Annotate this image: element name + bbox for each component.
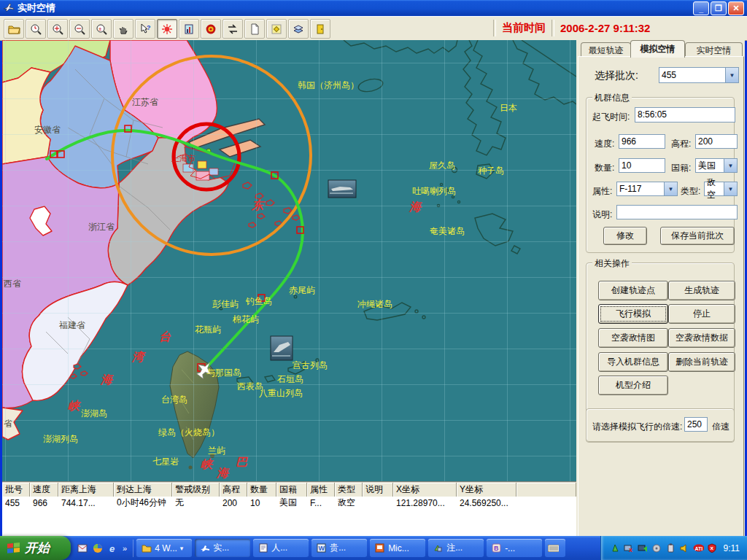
aircraft-intro-button[interactable]: 机型介绍 [598, 376, 668, 395]
map-canvas[interactable]: 韩国（济州岛）日本屋久岛种子岛吐噶喇列岛奄美诸岛赤尾屿冲绳诸岛彭佳屿钓鱼岛棉花屿… [2, 40, 577, 481]
taskbar-item-air-situation[interactable]: 实... [195, 539, 250, 557]
overflow-chevron-icon[interactable]: » [123, 544, 127, 553]
document-icon[interactable] [244, 19, 265, 39]
taskbar: 开始 e » 4 W...▾ 实... 人... W 贵... Mic... [0, 536, 747, 560]
map-sea-label: 巴 [236, 456, 248, 468]
table-column-header[interactable]: 批号 [2, 483, 30, 497]
swap-arrows-icon[interactable] [222, 19, 243, 39]
help-pointer-icon[interactable]: ? [135, 19, 155, 39]
map-province-label: 浙江省 [88, 222, 115, 232]
start-button[interactable]: 开始 [0, 536, 71, 560]
taskbar-item-b-app[interactable]: B -... [487, 539, 542, 557]
table-row[interactable]: 455966744.17...0小时46分钟无20010美国F...敌空121.… [2, 497, 576, 509]
ie-icon[interactable]: e [107, 542, 118, 553]
description-input[interactable] [616, 205, 738, 219]
map-place-label: 彭佳屿 [212, 299, 239, 309]
exit-icon[interactable] [310, 19, 330, 39]
table-column-header[interactable]: X坐标 [393, 483, 457, 497]
close-button[interactable]: ✕ [728, 1, 744, 15]
batch-combobox[interactable]: 455 ▼ [659, 67, 739, 83]
zoom-in-icon[interactable] [47, 19, 68, 39]
taskbar-item-explorer-group[interactable]: 4 W...▾ [136, 539, 192, 557]
taskbar-item-register[interactable]: 注... [428, 539, 484, 557]
warship-thumbnail-2 [271, 336, 293, 360]
nationality-combobox[interactable]: 美国▼ [695, 158, 738, 173]
cd-icon[interactable] [651, 542, 662, 553]
table-column-header[interactable]: 距离上海 [58, 483, 114, 497]
volume-icon[interactable] [679, 542, 690, 553]
table-column-header[interactable]: Y坐标 [457, 483, 516, 497]
zoom-range-icon[interactable]: ± [91, 19, 112, 39]
layers-icon[interactable] [288, 19, 309, 39]
table-column-header[interactable]: 警戒级别 [172, 483, 220, 497]
restore-button[interactable]: ❐ [711, 1, 727, 15]
table-column-header[interactable]: 国籍 [276, 483, 307, 497]
flight-simulation-button[interactable]: 飞行模拟 [598, 304, 668, 324]
sun-icon[interactable] [157, 19, 177, 39]
attribute-combobox[interactable]: F-117▼ [616, 182, 678, 196]
display-play-icon[interactable] [638, 542, 649, 553]
map-place-label: 吐噶喇列岛 [412, 186, 456, 196]
chart-icon[interactable] [179, 19, 199, 39]
map-province-label: 西省 [4, 279, 21, 289]
toolbar-separator [551, 20, 554, 36]
pan-hand-icon[interactable] [113, 19, 133, 39]
table-header[interactable]: 批号速度距离上海到达上海警戒级别高程数量国籍属性类型说明X坐标Y坐标 [2, 483, 576, 497]
tab-simulated-air-situation[interactable]: 模拟空情 [630, 40, 685, 58]
airstrike-map-button[interactable]: 空袭敌情图 [598, 328, 668, 348]
taskbar-item-word[interactable]: W 贵... [311, 539, 367, 557]
stop-button[interactable]: 停止 [668, 304, 735, 324]
app-plane-icon [3, 2, 15, 15]
media-player-icon[interactable] [92, 542, 103, 553]
map-place-label: 八重山列岛 [259, 388, 303, 398]
sim-speed-input[interactable]: 250 [684, 417, 708, 432]
battery-icon[interactable] [665, 542, 676, 553]
svg-text:x: x [711, 545, 714, 551]
group-fleet-info-title: 机群信息 [592, 92, 632, 104]
zoom-out-icon[interactable] [69, 19, 90, 39]
takeoff-time-input[interactable]: 8:56:05 [635, 107, 735, 122]
table-column-header[interactable]: 属性 [307, 483, 335, 497]
import-fleet-info-button[interactable]: 导入机群信息 [598, 352, 668, 372]
ati-icon[interactable]: ATI [693, 542, 704, 553]
open-folder-icon[interactable] [4, 19, 24, 39]
count-input[interactable]: 10 [619, 158, 665, 173]
type-combobox[interactable]: 敌空▼ [704, 182, 738, 196]
altitude-input[interactable]: 200 [695, 134, 738, 149]
application-window: 实时空情 _ ❐ ✕ ± ? 当前时间 2006-2-27 9:11:32 [0, 0, 747, 560]
map-place-label: 七星岩 [152, 456, 179, 467]
tab-realtime-air-situation[interactable]: 实时空情 [685, 42, 743, 58]
airstrike-data-button[interactable]: 空袭敌情数据 [668, 328, 735, 348]
table-cell: 200 [220, 497, 247, 509]
table-column-header[interactable]: 数量 [247, 483, 276, 497]
green-utility-icon[interactable] [610, 542, 621, 553]
speed-input[interactable]: 966 [619, 134, 665, 149]
word-doc-icon: W [316, 542, 327, 553]
table-column-header[interactable]: 高程 [220, 483, 247, 497]
save-current-batch-button[interactable]: 保存当前批次 [660, 227, 735, 245]
toolbar-buttons: ± ? [4, 19, 330, 39]
table-column-header[interactable]: 到达上海 [114, 483, 172, 497]
table-column-header[interactable] [516, 483, 576, 497]
table-column-header[interactable]: 速度 [30, 483, 58, 497]
tab-shortest-trajectory[interactable]: 最短轨迹 [581, 42, 631, 58]
security-shield-icon[interactable]: x [707, 542, 718, 553]
table-column-header[interactable]: 类型 [335, 483, 363, 497]
create-waypoint-button[interactable]: 创建轨迹点 [598, 281, 668, 300]
target-icon[interactable] [201, 19, 221, 39]
minimize-button[interactable]: _ [693, 1, 709, 15]
type-label: 类型: [681, 185, 700, 198]
svg-text:±: ± [98, 26, 102, 32]
taskbar-item-notepad[interactable]: 人... [253, 539, 309, 557]
zoom-history-icon[interactable] [26, 19, 46, 39]
modify-button[interactable]: 修改 [603, 227, 647, 245]
delete-trajectory-button[interactable]: 删除当前轨迹 [668, 352, 735, 372]
network-error-icon[interactable]: x [624, 542, 635, 553]
diamond-icon[interactable] [266, 19, 287, 39]
taskbar-item-powerpoint[interactable]: Mic... [370, 539, 425, 557]
chevron-down-icon[interactable]: ▼ [725, 68, 738, 82]
mail-icon[interactable] [77, 542, 88, 553]
input-method-keyboard-button[interactable] [545, 539, 565, 557]
table-column-header[interactable]: 说明 [363, 483, 393, 497]
generate-trajectory-button[interactable]: 生成轨迹 [668, 281, 735, 300]
